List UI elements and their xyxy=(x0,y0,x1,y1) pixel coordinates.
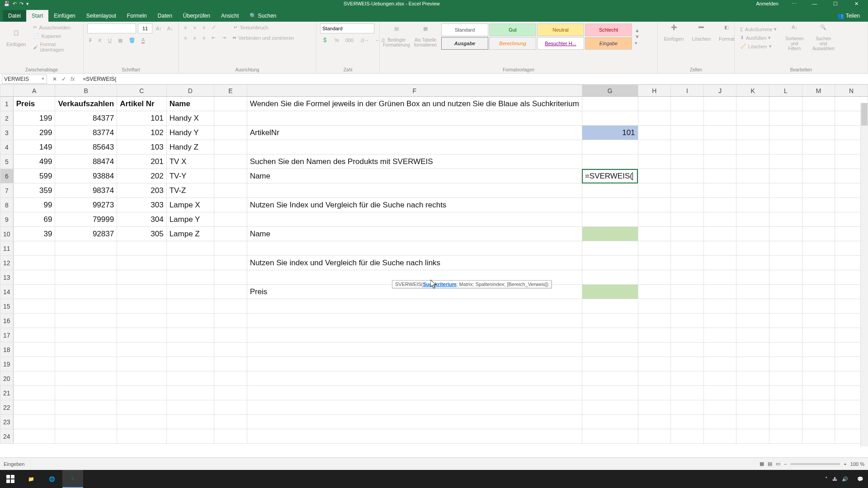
gallery-down-icon[interactable]: ▼ xyxy=(635,34,642,39)
cell-J3[interactable] xyxy=(703,126,736,140)
cell-G11[interactable] xyxy=(582,241,638,256)
cell-A20[interactable] xyxy=(13,371,55,386)
copy-button[interactable]: 📄 Kopieren xyxy=(31,32,80,40)
cell-H18[interactable] xyxy=(638,343,671,357)
cell-I7[interactable] xyxy=(671,183,704,198)
paste-button[interactable]: 📋 Einfügen xyxy=(4,29,28,48)
cell-C14[interactable] xyxy=(117,285,166,299)
minimize-icon[interactable]: — xyxy=(805,1,825,7)
cell-D7[interactable]: TV-Z xyxy=(166,183,214,198)
save-icon[interactable]: 💾 xyxy=(4,1,10,7)
col-header-I[interactable]: I xyxy=(671,85,704,97)
cell-A16[interactable] xyxy=(13,314,55,328)
cell-A8[interactable]: 99 xyxy=(13,198,55,212)
tab-pagelayout[interactable]: Seitenlayout xyxy=(81,10,122,22)
cell-B6[interactable]: 93884 xyxy=(55,169,117,183)
inc-decimal-icon[interactable]: .0→ xyxy=(358,37,371,44)
cell-I6[interactable] xyxy=(671,169,704,183)
zoom-out-icon[interactable]: − xyxy=(784,461,787,467)
cell-B19[interactable] xyxy=(55,357,117,371)
cell-D20[interactable] xyxy=(166,371,214,386)
cell-J8[interactable] xyxy=(703,198,736,212)
cell-J17[interactable] xyxy=(703,328,736,343)
taskbar-explorer-icon[interactable]: 📁 xyxy=(21,470,42,488)
cell-C9[interactable]: 304 xyxy=(117,212,166,227)
cell-M17[interactable] xyxy=(802,328,835,343)
cell-H16[interactable] xyxy=(638,314,671,328)
cell-E12[interactable] xyxy=(214,256,247,270)
row-header-16[interactable]: 16 xyxy=(0,314,14,328)
cell-I2[interactable] xyxy=(671,111,704,126)
cell-M14[interactable] xyxy=(802,285,835,299)
cell-E24[interactable] xyxy=(214,429,247,444)
cell-C11[interactable] xyxy=(117,241,166,256)
cell-A17[interactable] xyxy=(13,328,55,343)
cell-A10[interactable]: 39 xyxy=(13,227,55,241)
cell-C7[interactable]: 203 xyxy=(117,183,166,198)
cell-E16[interactable] xyxy=(214,314,247,328)
cell-G17[interactable] xyxy=(582,328,638,343)
cell-F15[interactable] xyxy=(247,299,582,314)
cell-L14[interactable] xyxy=(769,285,802,299)
cell-M16[interactable] xyxy=(802,314,835,328)
vertical-scrollbar[interactable] xyxy=(860,103,868,446)
col-header-D[interactable]: D xyxy=(166,85,214,97)
cell-C15[interactable] xyxy=(117,299,166,314)
cell-J22[interactable] xyxy=(703,400,736,415)
cell-L10[interactable] xyxy=(769,227,802,241)
cell-J6[interactable] xyxy=(703,169,736,183)
cell-F18[interactable] xyxy=(247,343,582,357)
cell-D22[interactable] xyxy=(166,400,214,415)
cell-D1[interactable]: Name xyxy=(166,97,214,111)
row-header-5[interactable]: 5 xyxy=(0,155,14,169)
row-header-10[interactable]: 10 xyxy=(0,227,14,241)
cell-L15[interactable] xyxy=(769,299,802,314)
col-header-A[interactable]: A xyxy=(13,85,55,97)
cell-K23[interactable] xyxy=(736,415,769,429)
cell-D16[interactable] xyxy=(166,314,214,328)
cell-G19[interactable] xyxy=(582,357,638,371)
cell-K22[interactable] xyxy=(736,400,769,415)
find-select-button[interactable]: 🔍Suchen und Auswählen xyxy=(810,23,836,52)
cell-H7[interactable] xyxy=(638,183,671,198)
percent-icon[interactable]: % xyxy=(333,37,341,44)
cell-E22[interactable] xyxy=(214,400,247,415)
col-header-M[interactable]: M xyxy=(802,85,835,97)
cell-I1[interactable] xyxy=(671,97,704,111)
cell-L17[interactable] xyxy=(769,328,802,343)
cell-H10[interactable] xyxy=(638,227,671,241)
cell-K17[interactable] xyxy=(736,328,769,343)
cell-B4[interactable]: 85643 xyxy=(55,140,117,155)
cell-F10[interactable]: Name xyxy=(247,227,582,241)
cell-K10[interactable] xyxy=(736,227,769,241)
gallery-up-icon[interactable]: ▲ xyxy=(635,28,642,33)
cell-H6[interactable] xyxy=(638,169,671,183)
cell-J5[interactable] xyxy=(703,155,736,169)
cell-E17[interactable] xyxy=(214,328,247,343)
cell-G2[interactable] xyxy=(582,111,638,126)
cell-L20[interactable] xyxy=(769,371,802,386)
gallery-more-icon[interactable]: ▾ xyxy=(635,40,642,46)
cell-styles-gallery[interactable]: Standard Gut Neutral Schlecht Ausgabe Be… xyxy=(441,23,632,50)
zoom-level[interactable]: 100 % xyxy=(850,461,864,467)
cell-M24[interactable] xyxy=(802,429,835,444)
cell-B8[interactable]: 99273 xyxy=(55,198,117,212)
cell-L8[interactable] xyxy=(769,198,802,212)
cell-M4[interactable] xyxy=(802,140,835,155)
cell-B20[interactable] xyxy=(55,371,117,386)
cell-F9[interactable] xyxy=(247,212,582,227)
start-button[interactable] xyxy=(0,470,21,488)
cell-H15[interactable] xyxy=(638,299,671,314)
cell-G6[interactable]: =SVERWEIS( xyxy=(582,169,638,183)
cell-K12[interactable] xyxy=(736,256,769,270)
cell-B2[interactable]: 84377 xyxy=(55,111,117,126)
cell-G4[interactable] xyxy=(582,140,638,155)
merge-center-button[interactable]: ⬌ Verbinden und zentrieren xyxy=(231,34,296,42)
cell-C1[interactable]: Artikel Nr xyxy=(117,97,166,111)
cell-H17[interactable] xyxy=(638,328,671,343)
cell-L23[interactable] xyxy=(769,415,802,429)
cell-M20[interactable] xyxy=(802,371,835,386)
maximize-icon[interactable]: ☐ xyxy=(826,1,845,7)
cell-H4[interactable] xyxy=(638,140,671,155)
cell-F23[interactable] xyxy=(247,415,582,429)
